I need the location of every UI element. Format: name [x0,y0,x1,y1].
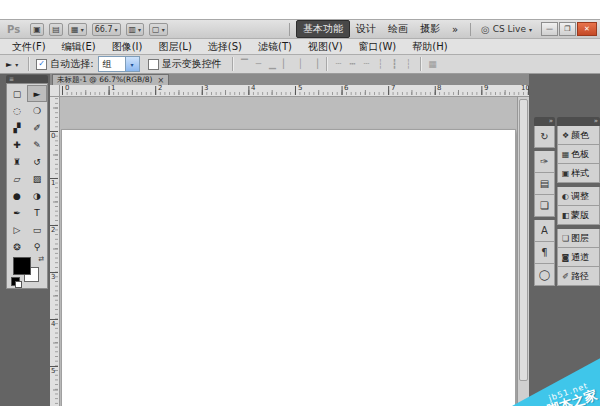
menu-window[interactable]: 窗口(W) [351,40,405,54]
mini-bridge-button[interactable]: ▤ [49,23,63,36]
cs-live-label: CS Live [493,24,526,34]
menu-layer[interactable]: 图层(L) [150,40,199,54]
menu-help[interactable]: 帮助(H) [404,40,455,54]
swatches-panel-button[interactable]: ▦ 色板 [557,145,600,164]
pen-tool-icon[interactable]: ✒ [7,204,27,221]
menu-select[interactable]: 选择(S) [200,40,250,54]
minimize-button[interactable]: — [541,22,558,36]
swatches-panel-icon: ▦ [560,150,571,159]
brush-panel-icon[interactable]: ✑ [534,151,555,173]
distribute-vertical-centers-icon[interactable]: ┅ [348,59,358,69]
align-vertical-centers-icon[interactable]: ─ [254,59,264,69]
scrollbar-thumb[interactable] [519,99,528,381]
menu-file[interactable]: 文件(F) [4,40,54,54]
vertical-scrollbar[interactable] [517,97,529,406]
document-canvas[interactable] [62,130,515,406]
align-right-edges-icon[interactable]: ▕ [310,59,320,69]
history-panel-icon[interactable]: ↻ [534,126,555,148]
workspace-overflow-button[interactable]: » [446,23,464,36]
brush-presets-panel-icon[interactable]: ▤ [534,173,555,195]
chevron-down-icon: ▾ [138,26,141,33]
workspace-photography-button[interactable]: 摄影 [414,21,446,37]
close-tab-icon[interactable]: × [157,76,164,85]
arrange-documents-button[interactable]: ▥▾ [126,23,145,36]
tool-preset-button[interactable]: ► ▾ [6,60,18,69]
character-panel-icon[interactable]: A [534,220,555,242]
close-button[interactable]: ✕ [577,22,597,36]
eyedropper-tool-icon[interactable]: ✐ [27,119,47,136]
cs-live-button[interactable]: ◎ CS Live ▾ [481,24,532,35]
workspace-essentials-button[interactable]: 基本功能 [296,20,350,38]
align-bottom-edges-icon[interactable]: ▁ [268,59,278,69]
clone-source-panel-icon[interactable]: ◯ [534,264,555,286]
adjustments-panel-button[interactable]: ◐ 调整 [557,187,600,206]
layers-panel-button[interactable]: ❏ 图层 [557,229,600,248]
toolbox-panel: ▢ ► ◌ ❍ ▞ ✐ ✚ ✎ ♜ ↺ ▱ ▨ ● ◑ ✒ T ▷ ▭ ❂ ⚲ [6,83,48,289]
distribute-bottom-edges-icon[interactable]: ┄ [362,59,372,69]
auto-select-dropdown[interactable]: 组 ▾ [98,56,140,72]
distribute-left-edges-icon[interactable]: ┆ [376,59,386,69]
chevron-down-icon: ▾ [81,26,84,33]
layers-panel-icon: ❏ [560,234,571,243]
distribute-right-edges-icon[interactable]: ┆ [404,59,414,69]
distribute-top-edges-icon[interactable]: ┄ [334,59,344,69]
align-top-edges-icon[interactable]: ▔ [240,59,250,69]
menu-filter[interactable]: 滤镜(T) [250,40,300,54]
dodge-tool-icon[interactable]: ◑ [27,187,47,204]
default-colors-icon[interactable] [11,277,20,286]
path-selection-tool-icon[interactable]: ▷ [7,221,27,238]
chevron-down-icon: ▾ [529,26,532,33]
document-tab[interactable]: 未标题-1 @ 66.7%(RGB/8) × [52,74,169,85]
styles-panel-button[interactable]: ▣ 样式 [557,164,600,183]
layer-comps-panel-icon[interactable]: ❏ [534,195,555,217]
lasso-tool-icon[interactable]: ◌ [7,102,27,119]
swap-colors-icon[interactable]: ⇄ [38,255,44,263]
auto-select-checkbox[interactable]: ✓ [36,59,47,70]
paths-panel-button[interactable]: ✐ 路径 [557,267,600,286]
type-tool-icon[interactable]: T [27,204,47,221]
quick-selection-tool-icon[interactable]: ❍ [27,102,47,119]
distribute-buttons: ┄ ┅ ┄ ┆ ┇ ┆ [334,59,414,69]
menu-view[interactable]: 视图(V) [300,40,351,54]
crop-tool-icon[interactable]: ▞ [7,119,27,136]
distribute-horizontal-centers-icon[interactable]: ┇ [390,59,400,69]
paragraph-panel-icon[interactable]: ¶ [534,242,555,264]
view-extras-button[interactable]: ▦▾ [68,23,87,36]
channels-panel-button[interactable]: ◙ 通道 [557,248,600,267]
spot-healing-brush-tool-icon[interactable]: ✚ [7,136,27,153]
arrange-documents-icon: ▥ [129,25,137,34]
rectangle-tool-icon[interactable]: ▭ [27,221,47,238]
auto-align-layers-icon[interactable]: ▦ [428,59,438,69]
panel-label: 图层 [571,232,589,245]
zoom-tool-icon[interactable]: ⚲ [27,238,47,255]
bridge-button[interactable]: ▣ [30,23,44,36]
blur-tool-icon[interactable]: ● [7,187,27,204]
align-horizontal-centers-icon[interactable]: │ [296,59,306,69]
dock-collapse-bar[interactable]: » [534,117,555,126]
clone-stamp-tool-icon[interactable]: ♜ [7,153,27,170]
masks-panel-button[interactable]: ◧ 蒙版 [557,206,600,225]
align-left-edges-icon[interactable]: ▏ [282,59,292,69]
workspace-painting-button[interactable]: 绘画 [382,21,414,37]
rectangular-marquee-tool-icon[interactable]: ▢ [7,85,27,102]
history-brush-tool-icon[interactable]: ↺ [27,153,47,170]
ruler-number: 9 [484,85,488,92]
screen-mode-icon: ▢ [152,25,160,34]
restore-button[interactable]: ❐ [559,22,576,36]
hand-tool-icon[interactable]: ❂ [7,238,27,255]
dock-collapse-bar[interactable]: » [557,117,600,126]
tool-options-bar: ► ▾ ✓ 自动选择: 组 ▾ 显示变换控件 ▔ ─ ▁ ▏ │ ▕ ┄ ┅ ┄… [0,55,600,74]
color-panel-button[interactable]: ❖ 颜色 [557,126,600,145]
move-tool-icon[interactable]: ► [27,85,47,102]
workspace-design-button[interactable]: 设计 [350,21,382,37]
foreground-color-swatch[interactable] [13,257,31,275]
toolbox-grip[interactable]: ≡ [6,75,48,83]
menu-image[interactable]: 图像(I) [104,40,151,54]
zoom-level-button[interactable]: 66.7▾ [92,23,121,36]
show-transform-checkbox[interactable] [148,59,159,70]
eraser-tool-icon[interactable]: ▱ [7,170,27,187]
gradient-tool-icon[interactable]: ▨ [27,170,47,187]
screen-mode-button[interactable]: ▢▾ [149,23,168,36]
menu-edit[interactable]: 编辑(E) [54,40,104,54]
brush-tool-icon[interactable]: ✎ [27,136,47,153]
